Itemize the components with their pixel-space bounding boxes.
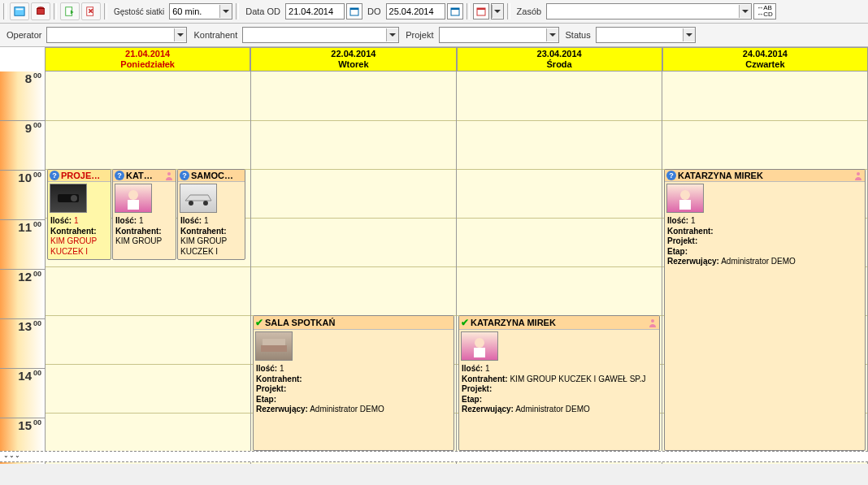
svg-rect-0 [15,7,24,16]
dropdown-arrow-icon[interactable] [739,5,751,18]
day-header-row: 21.04.2014Poniedziałek 22.04.2014Wtorek … [0,47,868,71]
ab-cd-button[interactable]: ↔AB↔CD [753,3,776,19]
project-label: Projekt [402,30,436,40]
question-icon: ? [50,171,59,180]
svg-rect-1 [16,9,24,11]
svg-rect-16 [128,200,139,210]
dropdown-arrow-icon[interactable] [683,28,695,41]
check-icon: ✔ [255,317,263,328]
svg-rect-19 [261,345,287,352]
event-body: Ilość: 1Kontrahent:KIM GROUP KUCZEK I [48,214,111,258]
event-sala[interactable]: ✔SALA SPOTKAŃ Ilość: 1Kontrahent:Projekt… [253,315,454,451]
question-icon: ? [115,171,124,180]
calendar-grid: 21.04.2014Poniedziałek 22.04.2014Wtorek … [0,47,868,464]
date-to-label: DO [364,6,384,16]
svg-rect-7 [350,8,358,10]
time-14: 1400 [0,369,45,418]
contractor-label: Kontrahent [190,30,241,40]
event-car[interactable]: ?SAMOC… Ilość: 1Kontrahent:KIM GROUP KUC… [177,169,245,260]
date-to-input[interactable] [386,3,445,19]
calendar-popup-arrow[interactable] [491,3,504,19]
day-col-wed[interactable]: ✔KATARZYNA MIREK Ilość: 1Kontrahent: KIM… [457,71,662,464]
calendar-popup-icon[interactable] [473,3,489,19]
date-from-input[interactable] [285,3,345,19]
day-col-thu[interactable]: ?KATARZYNA MIREK Ilość: 1Kontrahent:Proj… [662,71,868,464]
calendar-to-icon[interactable] [447,3,463,19]
time-10: 1000 [0,171,45,220]
dropdown-arrow-icon[interactable] [174,28,186,41]
operator-combo[interactable] [46,27,187,43]
svg-rect-20 [263,339,285,345]
tb-template-icon[interactable] [10,2,29,20]
person-thumb-icon [115,184,152,213]
day-header-mon[interactable]: 21.04.2014Poniedziałek [45,47,250,71]
dropdown-arrow-icon[interactable] [386,28,398,41]
dropdown-arrow-icon[interactable] [546,28,558,41]
toolbar-filters: Operator Kontrahent Projekt Status [0,24,868,47]
event-katarzyna-thu[interactable]: ?KATARZYNA MIREK Ilość: 1Kontrahent:Proj… [664,169,866,451]
svg-rect-3 [37,9,45,15]
svg-point-22 [475,338,484,348]
operator-label: Operator [3,30,45,40]
chevron-icon: ⌄⌄⌄ [0,452,24,461]
room-thumb-icon [255,331,293,361]
person-icon [164,171,174,180]
event-projector[interactable]: ?PROJE… Ilość: 1Kontrahent:KIM GROUP KUC… [47,169,111,260]
dropdown-arrow-icon[interactable] [492,5,503,18]
svg-point-14 [167,172,171,175]
status-label: Status [562,30,594,40]
day-header-thu[interactable]: 24.04.2014Czwartek [662,47,868,71]
density-combo[interactable] [169,3,232,19]
person-icon [853,171,863,180]
time-11: 1100 [0,220,45,270]
check-icon: ✔ [461,317,469,328]
timeline-break: ⌄⌄⌄ [0,451,868,462]
svg-point-25 [680,190,690,200]
tb-export-icon[interactable] [60,2,80,20]
event-body: Ilość: 1Kontrahent:Projekt:Etap:Rezerwuj… [665,214,865,269]
svg-rect-26 [679,200,691,210]
dropdown-arrow-icon[interactable] [219,5,232,18]
day-col-mon[interactable]: ?PROJE… Ilość: 1Kontrahent:KIM GROUP KUC… [46,71,251,464]
calendar-body: 800 900 1000 1100 1200 1300 1400 1500 16… [0,71,868,464]
status-combo[interactable] [596,27,696,43]
svg-point-13 [71,195,77,201]
svg-point-24 [857,172,860,175]
person-icon [648,318,658,327]
svg-point-21 [651,319,654,323]
event-katarzyna-wed[interactable]: ✔KATARZYNA MIREK Ilość: 1Kontrahent: KIM… [458,315,660,451]
car-thumb-icon [180,184,217,213]
time-column: 800 900 1000 1100 1200 1300 1400 1500 16… [0,71,46,464]
day-header-wed[interactable]: 23.04.2014Środa [457,47,662,71]
resource-combo[interactable] [546,3,752,19]
person-thumb-icon [666,184,704,213]
event-header: ?PROJE… [48,170,111,182]
event-kat[interactable]: ?KAT… Ilość: 1Kontrahent:KIM GROUP [112,169,176,260]
svg-rect-11 [477,8,485,10]
event-header: ?KATARZYNA MIREK [665,170,865,182]
time-13: 1300 [0,319,45,369]
svg-point-18 [203,201,208,206]
day-header-tue[interactable]: 22.04.2014Wtorek [250,47,456,71]
density-input[interactable] [170,5,219,18]
time-8: 800 [0,71,45,121]
project-combo[interactable] [439,27,559,43]
question-icon: ? [180,171,189,180]
svg-rect-9 [451,8,459,10]
day-col-tue[interactable]: ✔SALA SPOTKAŃ Ilość: 1Kontrahent:Projekt… [251,71,457,464]
person-thumb-icon [461,331,498,361]
time-col-header [0,47,45,71]
resource-label: Zasób [514,6,545,16]
event-header: ?SAMOC… [178,170,245,182]
time-12: 1200 [0,270,45,319]
event-header: ✔SALA SPOTKAŃ [254,316,454,330]
tb-db-icon[interactable] [31,2,50,20]
tb-delete-icon[interactable] [81,2,101,20]
contractor-combo[interactable] [242,27,399,43]
svg-rect-23 [474,348,485,357]
date-from-label: Data OD [242,6,284,16]
event-body: Ilość: 1Kontrahent:Projekt:Etap:Rezerwuj… [254,362,454,417]
svg-point-17 [189,201,193,206]
toolbar-main: Gęstość siatki Data OD DO Zasób ↔AB↔CD [0,0,868,24]
calendar-from-icon[interactable] [346,3,362,19]
